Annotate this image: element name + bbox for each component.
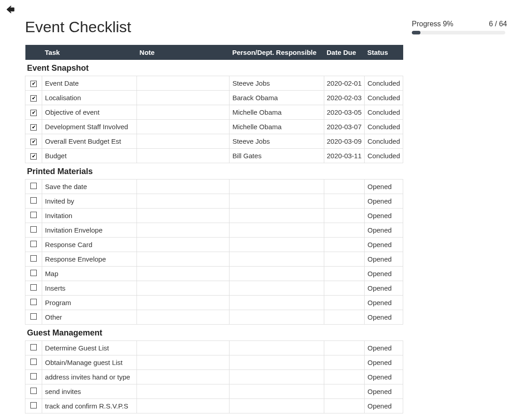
note-cell bbox=[137, 120, 229, 134]
date-cell bbox=[324, 180, 365, 194]
table-row: Overall Event Budget EstSteeve Jobs2020-… bbox=[25, 134, 403, 149]
table-row: ProgramOpened bbox=[25, 296, 403, 310]
status-cell: Opened bbox=[365, 281, 403, 296]
task-checkbox[interactable] bbox=[30, 226, 37, 233]
checklist-table: Task Note Person/Dept. Responsible Date … bbox=[25, 45, 403, 413]
table-row: Invitation EnvelopeOpened bbox=[25, 223, 403, 238]
task-checkbox[interactable] bbox=[30, 344, 37, 350]
task-checkbox[interactable] bbox=[30, 183, 37, 189]
col-header-date: Date Due bbox=[324, 45, 365, 60]
person-cell bbox=[229, 252, 324, 267]
table-header-row: Task Note Person/Dept. Responsible Date … bbox=[25, 45, 403, 60]
table-row: InvitationOpened bbox=[25, 209, 403, 223]
date-cell bbox=[324, 310, 365, 325]
task-checkbox[interactable] bbox=[30, 124, 37, 131]
person-cell bbox=[229, 238, 324, 252]
person-cell bbox=[229, 209, 324, 223]
task-cell: Invitation Envelope bbox=[42, 223, 137, 238]
note-cell bbox=[137, 384, 229, 399]
status-cell: Opened bbox=[365, 194, 403, 209]
status-cell: Opened bbox=[365, 296, 403, 310]
section-title: Event Snapshot bbox=[25, 60, 403, 76]
task-cell: Inserts bbox=[42, 281, 137, 296]
date-cell: 2020-03-11 bbox=[324, 149, 365, 163]
date-cell bbox=[324, 355, 365, 370]
table-row: Objective of eventMichelle Obama2020-03-… bbox=[25, 105, 403, 120]
task-cell: Event Date bbox=[42, 76, 137, 91]
task-checkbox[interactable] bbox=[30, 153, 37, 160]
date-cell bbox=[324, 209, 365, 223]
task-checkbox[interactable] bbox=[30, 402, 37, 408]
person-cell: Barack Obama bbox=[229, 91, 324, 105]
date-cell bbox=[324, 296, 365, 310]
task-cell: Save the date bbox=[42, 180, 137, 194]
person-cell bbox=[229, 399, 324, 413]
task-checkbox[interactable] bbox=[30, 284, 37, 291]
table-row: Development Staff InvolvedMichelle Obama… bbox=[25, 120, 403, 134]
status-cell: Opened bbox=[365, 399, 403, 413]
note-cell bbox=[137, 355, 229, 370]
status-cell: Opened bbox=[365, 267, 403, 281]
date-cell bbox=[324, 384, 365, 399]
task-cell: Invitation bbox=[42, 209, 137, 223]
note-cell bbox=[137, 105, 229, 120]
task-cell: Budget bbox=[42, 149, 137, 163]
person-cell bbox=[229, 281, 324, 296]
status-cell: Concluded bbox=[365, 149, 403, 163]
task-checkbox[interactable] bbox=[30, 197, 37, 204]
person-cell: Michelle Obama bbox=[229, 120, 324, 134]
task-checkbox[interactable] bbox=[30, 212, 37, 218]
status-cell: Concluded bbox=[365, 105, 403, 120]
task-checkbox[interactable] bbox=[30, 359, 37, 365]
note-cell bbox=[137, 399, 229, 413]
note-cell bbox=[137, 341, 229, 355]
back-arrow-icon[interactable] bbox=[5, 5, 16, 18]
task-checkbox[interactable] bbox=[30, 313, 37, 320]
task-cell: Invited by bbox=[42, 194, 137, 209]
status-cell: Opened bbox=[365, 252, 403, 267]
note-cell bbox=[137, 180, 229, 194]
status-cell: Concluded bbox=[365, 91, 403, 105]
section-header: Guest Management bbox=[25, 325, 403, 341]
date-cell: 2020-03-07 bbox=[324, 120, 365, 134]
person-cell bbox=[229, 296, 324, 310]
person-cell bbox=[229, 341, 324, 355]
task-cell: address invites hand or type bbox=[42, 370, 137, 384]
task-checkbox[interactable] bbox=[30, 373, 37, 379]
task-checkbox[interactable] bbox=[30, 81, 37, 87]
status-cell: Opened bbox=[365, 341, 403, 355]
person-cell: Michelle Obama bbox=[229, 105, 324, 120]
date-cell bbox=[324, 370, 365, 384]
note-cell bbox=[137, 296, 229, 310]
task-cell: Map bbox=[42, 267, 137, 281]
page-title: Event Checklist bbox=[25, 18, 412, 36]
header: Event Checklist Progress 9% 6 / 64 bbox=[25, 18, 507, 36]
task-checkbox[interactable] bbox=[30, 270, 37, 276]
section-title: Printed Materials bbox=[25, 163, 403, 180]
task-cell: send invites bbox=[42, 384, 137, 399]
table-row: LocalisationBarack Obama2020-02-03Conclu… bbox=[25, 91, 403, 105]
table-row: Response CardOpened bbox=[25, 238, 403, 252]
task-checkbox[interactable] bbox=[30, 388, 37, 394]
task-checkbox[interactable] bbox=[30, 241, 37, 247]
task-cell: Development Staff Involved bbox=[42, 120, 137, 134]
table-row: Determine Guest ListOpened bbox=[25, 341, 403, 355]
task-checkbox[interactable] bbox=[30, 139, 37, 145]
person-cell: Steeve Jobs bbox=[229, 76, 324, 91]
task-checkbox[interactable] bbox=[30, 255, 37, 262]
task-checkbox[interactable] bbox=[30, 110, 37, 116]
section-title: Guest Management bbox=[25, 325, 403, 341]
col-header-person: Person/Dept. Responsible bbox=[229, 45, 324, 60]
person-cell bbox=[229, 223, 324, 238]
task-cell: Program bbox=[42, 296, 137, 310]
note-cell bbox=[137, 134, 229, 149]
date-cell bbox=[324, 223, 365, 238]
task-checkbox[interactable] bbox=[30, 299, 37, 305]
person-cell bbox=[229, 310, 324, 325]
task-checkbox[interactable] bbox=[30, 95, 37, 102]
date-cell bbox=[324, 281, 365, 296]
note-cell bbox=[137, 209, 229, 223]
status-cell: Opened bbox=[365, 223, 403, 238]
note-cell bbox=[137, 370, 229, 384]
section-header: Printed Materials bbox=[25, 163, 403, 180]
